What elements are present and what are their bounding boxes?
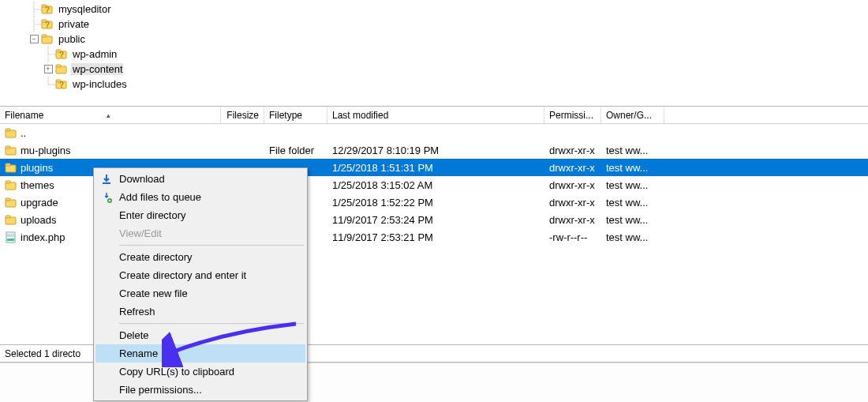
svg-text:?: ?: [59, 51, 64, 59]
column-last-modified[interactable]: Last modified: [327, 107, 544, 123]
menu-copy-url[interactable]: Copy URL(s) to clipboard: [95, 363, 305, 381]
menu-rename[interactable]: Rename: [95, 344, 305, 363]
menu-separator: [119, 245, 304, 246]
folder-icon: [5, 214, 17, 226]
menu-label: Delete: [119, 329, 149, 341]
download-icon: [100, 173, 113, 186]
folder-icon: [41, 33, 54, 45]
column-owner[interactable]: Owner/G...: [601, 107, 664, 123]
file-modified: 1/25/2018 1:52:22 PM: [327, 197, 544, 209]
column-label: Filename: [5, 110, 43, 121]
menu-create-directory[interactable]: Create directory: [95, 248, 305, 266]
column-filesize[interactable]: Filesize: [221, 107, 264, 123]
svg-rect-30: [103, 182, 110, 184]
file-list-header[interactable]: Filename ▴ Filesize Filetype Last modifi…: [0, 107, 868, 124]
column-filename[interactable]: Filename ▴: [0, 107, 221, 123]
tree-item-mysqleditor[interactable]: ? mysqleditor: [27, 2, 868, 17]
tree-line-icon: [27, 2, 41, 17]
tree-label: private: [57, 18, 89, 30]
folder-icon: [55, 63, 68, 75]
menu-label: File permissions...: [119, 384, 202, 396]
file-permissions: drwxr-xr-x: [544, 197, 601, 209]
tree-item-wp-content[interactable]: + wp-content: [27, 62, 868, 77]
remote-tree[interactable]: ? mysqleditor ? private − public: [0, 0, 868, 107]
file-modified: 11/9/2017 2:53:21 PM: [327, 231, 544, 243]
folder-icon: [5, 179, 17, 191]
svg-rect-28: [6, 232, 15, 242]
file-owner: test ww...: [601, 145, 664, 156]
sort-asc-icon: ▴: [107, 111, 110, 119]
menu-view-edit: View/Edit: [95, 224, 305, 242]
menu-create-directory-enter[interactable]: Create directory and enter it: [95, 266, 305, 284]
file-name: uploads: [21, 214, 57, 226]
tree-item-private[interactable]: ? private: [27, 17, 868, 32]
tree-line-icon: [41, 77, 55, 92]
menu-label: Add files to queue: [119, 191, 201, 203]
menu-label: Create directory and enter it: [119, 269, 246, 281]
svg-rect-7: [42, 35, 47, 37]
tree-label: mysqleditor: [57, 3, 110, 15]
svg-rect-12: [56, 65, 61, 67]
file-row-parent[interactable]: ..: [0, 124, 868, 141]
svg-rect-23: [6, 181, 10, 183]
column-permissions[interactable]: Permissi...: [544, 107, 601, 123]
queue-icon: [100, 191, 113, 204]
file-permissions: drwxr-xr-x: [544, 145, 601, 156]
svg-text:?: ?: [45, 6, 50, 14]
menu-enter-directory[interactable]: Enter directory: [95, 206, 305, 224]
expander-plus-icon[interactable]: +: [41, 62, 55, 77]
file-modified: 1/25/2018 3:15:02 AM: [327, 179, 544, 191]
context-menu[interactable]: Download Add files to queue Enter direct…: [93, 167, 308, 401]
file-name: themes: [21, 179, 54, 191]
file-permissions: drwxr-xr-x: [544, 162, 601, 174]
menu-label: Create directory: [119, 251, 192, 263]
file-type: File folder: [264, 145, 327, 156]
menu-separator: [119, 323, 304, 324]
expander-minus-icon[interactable]: −: [27, 32, 41, 47]
menu-create-new-file[interactable]: Create new file: [95, 284, 305, 302]
file-name: mu-plugins: [21, 145, 71, 156]
file-name: plugins: [21, 162, 53, 174]
folder-icon: [5, 162, 17, 174]
tree-label: wp-includes: [71, 78, 127, 90]
svg-rect-19: [6, 146, 10, 148]
tree-item-wp-admin[interactable]: ? wp-admin: [27, 47, 868, 62]
file-owner: test ww...: [601, 162, 664, 174]
folder-question-icon: ?: [41, 18, 54, 30]
tree-label: wp-content: [71, 63, 123, 75]
file-permissions: drwxr-xr-x: [544, 214, 601, 226]
file-owner: test ww...: [601, 197, 664, 209]
tree-item-public[interactable]: − public: [27, 32, 868, 47]
menu-download[interactable]: Download: [95, 170, 305, 188]
svg-rect-17: [6, 129, 10, 131]
folder-icon: [5, 197, 17, 209]
file-name: ..: [21, 127, 26, 139]
file-owner: test ww...: [601, 214, 664, 226]
file-modified: 12/29/2017 8:10:19 PM: [327, 145, 544, 156]
menu-label: Rename: [119, 348, 158, 359]
menu-refresh[interactable]: Refresh: [95, 302, 305, 321]
file-name: upgrade: [21, 197, 58, 209]
file-row[interactable]: mu-plugins File folder 12/29/2017 8:10:1…: [0, 141, 868, 159]
column-filetype[interactable]: Filetype: [264, 107, 327, 123]
svg-rect-21: [6, 163, 10, 166]
tree-item-wp-includes[interactable]: ? wp-includes: [27, 77, 868, 92]
menu-label: View/Edit: [119, 227, 162, 239]
menu-label: Copy URL(s) to clipboard: [119, 366, 234, 378]
menu-add-queue[interactable]: Add files to queue: [95, 188, 305, 206]
tree-line-icon: [41, 47, 55, 62]
menu-label: Create new file: [119, 287, 188, 299]
svg-text:?: ?: [59, 81, 64, 89]
file-name: index.php: [21, 231, 65, 243]
tree-line-icon: [27, 17, 41, 32]
svg-rect-29: [7, 239, 14, 241]
folder-question-icon: ?: [55, 48, 68, 60]
menu-file-permissions[interactable]: File permissions...: [95, 381, 305, 399]
svg-text:?: ?: [45, 21, 50, 29]
tree-label: wp-admin: [71, 48, 117, 60]
menu-label: Refresh: [119, 306, 155, 317]
folder-question-icon: ?: [41, 3, 54, 15]
menu-delete[interactable]: Delete: [95, 326, 305, 344]
status-text: Selected 1 directo: [5, 348, 80, 359]
file-permissions: drwxr-xr-x: [544, 179, 601, 191]
